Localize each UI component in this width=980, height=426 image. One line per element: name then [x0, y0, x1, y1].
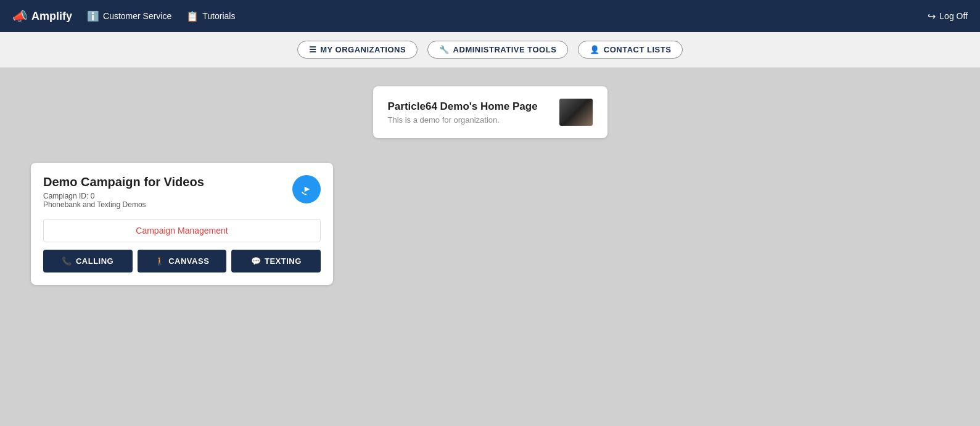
administrative-tools-button[interactable]: 🔧 ADMINISTRATIVE TOOLS — [427, 41, 568, 59]
campaign-card-info: Demo Campaign for Videos Campiagn ID: 0 … — [43, 175, 292, 209]
campaign-subtitle: Phonebank and Texting Demos — [43, 200, 292, 209]
my-organizations-button[interactable]: ☰ MY ORGANIZATIONS — [297, 41, 418, 59]
tutorials-label: Tutorials — [202, 11, 235, 21]
customer-service-icon: ℹ️ — [87, 10, 99, 22]
customer-service-label: Customer Service — [103, 11, 171, 21]
campaign-management-label: Campaign Management — [136, 226, 228, 236]
campaign-id: Campiagn ID: 0 — [43, 192, 292, 200]
contact-lists-button[interactable]: 👤 CONTACT LISTS — [578, 41, 683, 59]
administrative-tools-icon: 🔧 — [439, 45, 450, 54]
tutorials-link[interactable]: 📋 Tutorials — [186, 10, 235, 22]
org-thumbnail — [559, 99, 593, 126]
main-content: Particle64 Demo's Home Page This is a de… — [0, 68, 980, 303]
campaign-video-icon — [292, 175, 321, 203]
texting-button[interactable]: 💬 TEXTING — [231, 250, 321, 272]
contact-lists-icon: 👤 — [590, 45, 600, 54]
top-nav-left: 📣 Amplify ℹ️ Customer Service 📋 Tutorial… — [12, 9, 235, 23]
org-card-title: Particle64 Demo's Home Page — [388, 100, 547, 113]
campaign-card: Demo Campaign for Videos Campiagn ID: 0 … — [31, 163, 333, 285]
org-card-text: Particle64 Demo's Home Page This is a de… — [388, 100, 547, 125]
texting-icon: 💬 — [251, 256, 261, 266]
my-organizations-label: MY ORGANIZATIONS — [320, 45, 406, 54]
logo[interactable]: 📣 Amplify — [12, 9, 72, 23]
contact-lists-label: CONTACT LISTS — [604, 45, 672, 54]
logo-text: Amplify — [31, 10, 72, 23]
top-navbar: 📣 Amplify ℹ️ Customer Service 📋 Tutorial… — [0, 0, 980, 32]
campaign-actions: 📞 CALLING 🚶 CANVASS 💬 TEXTING — [43, 250, 321, 272]
campaign-card-header: Demo Campaign for Videos Campiagn ID: 0 … — [43, 175, 321, 209]
calling-icon: 📞 — [62, 256, 72, 266]
sub-navbar: ☰ MY ORGANIZATIONS 🔧 ADMINISTRATIVE TOOL… — [0, 32, 980, 68]
administrative-tools-label: ADMINISTRATIVE TOOLS — [453, 45, 557, 54]
customer-service-link[interactable]: ℹ️ Customer Service — [87, 10, 171, 22]
log-off-icon: ↪ — [928, 10, 936, 22]
calling-label: CALLING — [76, 256, 113, 266]
my-organizations-icon: ☰ — [309, 45, 317, 54]
canvass-label: CANVASS — [168, 256, 209, 266]
canvass-button[interactable]: 🚶 CANVASS — [138, 250, 227, 272]
logo-icon: 📣 — [12, 9, 28, 23]
log-off-button[interactable]: ↪ Log Off — [928, 10, 968, 22]
campaign-area: Demo Campaign for Videos Campiagn ID: 0 … — [12, 163, 968, 285]
campaign-management-button[interactable]: Campaign Management — [43, 219, 321, 242]
log-off-label: Log Off — [939, 11, 968, 21]
canvass-icon: 🚶 — [155, 256, 165, 266]
tutorials-icon: 📋 — [186, 10, 199, 22]
campaign-title: Demo Campaign for Videos — [43, 175, 292, 189]
org-card-description: This is a demo for organization. — [388, 115, 547, 125]
org-card[interactable]: Particle64 Demo's Home Page This is a de… — [373, 86, 607, 138]
texting-label: TEXTING — [265, 256, 302, 266]
calling-button[interactable]: 📞 CALLING — [43, 250, 133, 272]
